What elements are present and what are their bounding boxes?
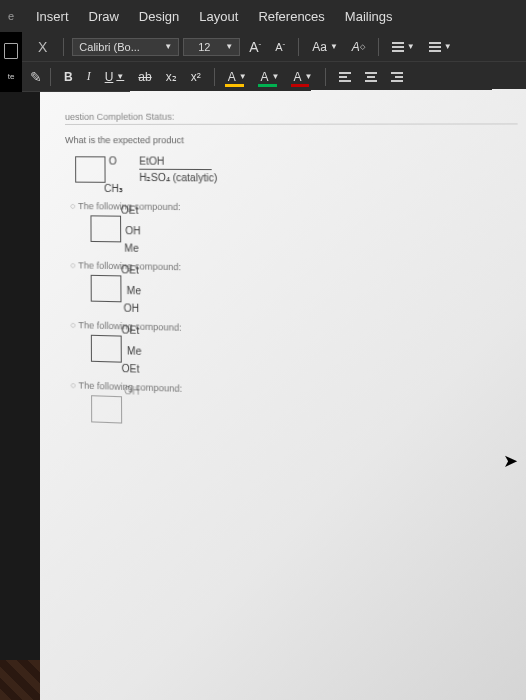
italic-button[interactable]: I (82, 67, 96, 86)
option-2[interactable]: The following compound: OEt Me OH (70, 260, 523, 311)
align-icon (339, 72, 351, 82)
number-list-button[interactable]: ▼ (424, 40, 457, 54)
chevron-down-icon: ▼ (164, 42, 172, 51)
sub-oh: OH (125, 225, 140, 237)
left-panel: te (0, 32, 22, 92)
tab-mailings[interactable]: Mailings (335, 0, 403, 32)
compound-ring: OEt Me OEt (91, 335, 122, 363)
text-effects-button[interactable]: A▼ (223, 68, 252, 86)
compound-ring: OH (91, 395, 122, 423)
font-size-label: 12 (190, 41, 218, 53)
align-center-button[interactable] (360, 70, 382, 84)
reagent-bottom: H₂SO₄ (catalytic) (139, 172, 217, 184)
option-1[interactable]: The following compound: OEt OH Me (70, 201, 521, 248)
font-color-button[interactable]: A▼ (289, 68, 318, 86)
ribbon-tabs: e Insert Draw Design Layout References M… (0, 0, 526, 32)
label-o: O (109, 155, 117, 166)
divider (214, 68, 215, 86)
compound-ring: OEt OH Me (90, 215, 121, 242)
compound-ring: OEt Me OH (91, 275, 122, 302)
superscript-button[interactable]: x² (186, 68, 206, 86)
tab-insert[interactable]: Insert (26, 0, 79, 32)
tab-draw[interactable]: Draw (79, 0, 129, 32)
shrink-font-button[interactable]: Aˇ (270, 39, 290, 55)
list-icon (429, 42, 441, 52)
sub-oet: OEt (121, 204, 139, 215)
font-size-select[interactable]: 12 ▼ (183, 38, 240, 56)
divider (63, 38, 64, 56)
chevron-down-icon: ▼ (225, 42, 233, 51)
paste-icon[interactable] (4, 43, 18, 59)
sub-oh: OH (124, 385, 140, 397)
bullet-list-button[interactable]: ▼ (387, 40, 420, 54)
subscript-button[interactable]: x₂ (161, 68, 182, 86)
starting-material: O CH₃ (75, 156, 105, 183)
tab-layout[interactable]: Layout (189, 0, 248, 32)
font-family-select[interactable]: Calibri (Bo... ▼ (72, 38, 179, 56)
sub-me: Me (127, 345, 141, 357)
highlight-button[interactable]: A▼ (256, 68, 285, 86)
align-right-button[interactable] (386, 70, 408, 84)
strikethrough-button[interactable]: ab (133, 68, 156, 86)
sub-oh: OH (124, 302, 140, 314)
clear-format-button[interactable]: A◇ (347, 38, 370, 56)
divider (50, 68, 51, 86)
underline-button[interactable]: U▼ (100, 68, 130, 86)
sub-oet: OEt (121, 324, 139, 336)
mouse-cursor-icon: ➤ (503, 450, 518, 472)
option-3[interactable]: The following compound: OEt Me OEt (70, 320, 525, 375)
align-icon (391, 72, 403, 82)
sub-oet: OEt (121, 264, 139, 276)
sub-oet2: OEt (122, 363, 140, 375)
bold-button[interactable]: B (59, 68, 78, 86)
sub-me: Me (124, 242, 138, 254)
completion-status: uestion Completion Status: (65, 111, 518, 125)
label-ch3: CH₃ (104, 182, 123, 193)
tab-partial: e (8, 10, 26, 22)
reaction-arrow: EtOH H₂SO₄ (catalytic) (139, 155, 217, 183)
tab-design[interactable]: Design (129, 0, 189, 32)
reaction-scheme: O CH₃ EtOH H₂SO₄ (catalytic) (75, 155, 519, 185)
option-4[interactable]: The following compound: OH (71, 380, 526, 439)
font-family-label: Calibri (Bo... (79, 41, 157, 53)
divider (325, 68, 326, 86)
divider (378, 38, 379, 56)
question-text: What is the expected product (65, 135, 518, 146)
document-page[interactable]: uestion Completion Status: What is the e… (40, 89, 526, 700)
sub-me: Me (127, 285, 141, 297)
tab-references[interactable]: References (248, 0, 334, 32)
align-left-button[interactable] (334, 70, 356, 84)
list-icon (392, 42, 404, 52)
cut-button[interactable]: X (30, 39, 55, 55)
align-icon (365, 72, 377, 82)
paste-label: te (8, 72, 15, 81)
grow-font-button[interactable]: Aˆ (244, 37, 266, 57)
change-case-button[interactable]: Aa▼ (307, 38, 343, 56)
divider (298, 38, 299, 56)
format-painter-icon[interactable]: ✎ (30, 69, 42, 85)
reagent-top: EtOH (139, 155, 217, 167)
